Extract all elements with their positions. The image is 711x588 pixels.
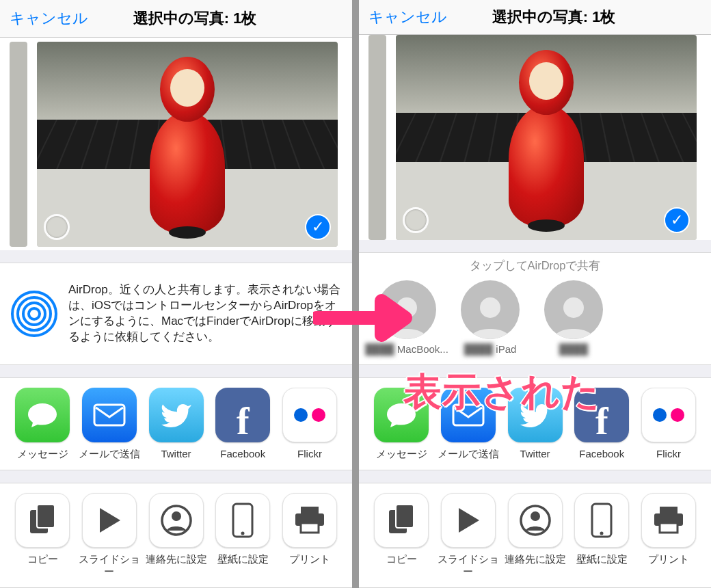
selected-photo[interactable]: ✓ [396, 35, 697, 240]
share-twitter[interactable]: Twitter [144, 388, 209, 460]
airdrop-section: タップしてAirDropで共有 ████ MacBook... ████ iPa… [359, 252, 711, 365]
share-messages[interactable]: メッセージ [10, 388, 75, 460]
copy-icon [15, 493, 70, 548]
share-messages-label: メッセージ [367, 448, 435, 460]
svg-rect-26 [660, 523, 678, 533]
svg-rect-17 [453, 405, 483, 425]
share-sheet-after: キャンセル 選択中の写真: 1枚 ✓ タップしてAirDropで共有 ████ … [359, 0, 711, 588]
airdrop-contact-2[interactable]: ████ iPad [456, 280, 524, 355]
action-assign-contact-label: 連絡先に設定 [501, 553, 569, 565]
copy-icon [374, 493, 429, 548]
share-twitter-label: Twitter [501, 448, 569, 460]
contact-label-blurred: ████ [559, 343, 589, 355]
contact-icon [508, 493, 563, 548]
airdrop-hint: タップしてAirDropで共有 [368, 258, 701, 273]
action-assign-contact-label: 連絡先に設定 [142, 553, 211, 565]
avatar-icon [544, 280, 603, 339]
share-twitter[interactable]: Twitter [502, 388, 568, 460]
flickr-icon [282, 388, 337, 442]
contact-label: MacBook... [397, 343, 448, 355]
printer-icon [641, 493, 696, 548]
mail-icon [441, 388, 496, 442]
svg-point-15 [480, 297, 500, 318]
svg-rect-19 [396, 505, 414, 528]
twitter-icon [508, 388, 563, 442]
contact-label-blurred: ████ [464, 343, 494, 355]
share-twitter-label: Twitter [142, 448, 211, 460]
action-copy-label: コピー [367, 553, 435, 565]
share-mail-label: メールで送信 [434, 448, 502, 460]
actions-row: コピー スライドショー 連絡先に設定 壁紙に設定 プリント [0, 483, 352, 588]
action-copy[interactable]: コピー [368, 493, 434, 578]
action-slideshow-label: スライドショー [75, 553, 144, 578]
action-print-label: プリント [634, 553, 703, 565]
share-facebook[interactable]: f Facebook [210, 388, 276, 460]
action-assign-contact[interactable]: 連絡先に設定 [144, 493, 209, 578]
share-facebook[interactable]: fFacebook [569, 388, 634, 460]
action-copy[interactable]: コピー [10, 493, 75, 578]
action-set-wallpaper[interactable]: 壁紙に設定 [569, 493, 634, 578]
actions-row: コピー スライドショー 連絡先に設定 壁紙に設定 プリント [359, 483, 711, 588]
action-set-wallpaper-label: 壁紙に設定 [209, 553, 277, 565]
airdrop-contact-1[interactable]: ████ MacBook... [373, 280, 441, 355]
contact-icon [149, 493, 204, 548]
share-mail-label: メールで送信 [75, 448, 144, 460]
selected-check-icon[interactable]: ✓ [664, 207, 690, 233]
facebook-icon: f [215, 388, 270, 442]
action-slideshow[interactable]: スライドショー [435, 493, 501, 578]
facebook-icon: f [574, 388, 629, 442]
selected-check-icon[interactable]: ✓ [305, 214, 331, 240]
share-facebook-label: Facebook [567, 448, 636, 460]
share-apps-row: メッセージ メールで送信 Twitter fFacebook Flickr [359, 377, 711, 470]
phone-icon [215, 493, 270, 548]
svg-rect-11 [301, 507, 319, 513]
svg-point-23 [600, 532, 604, 535]
share-sheet-before: キャンセル 選択中の写真: 1枚 ✓ AirDrop。近くの人と共有します。表示… [0, 0, 352, 588]
airdrop-icon [10, 289, 59, 338]
page-title: 選択中の写真: 1枚 [47, 8, 343, 29]
svg-rect-6 [37, 505, 55, 528]
action-assign-contact[interactable]: 連絡先に設定 [502, 493, 568, 578]
contact-label-blurred: ████ [365, 343, 394, 355]
action-slideshow[interactable]: スライドショー [77, 493, 142, 578]
svg-point-0 [29, 308, 40, 319]
share-mail[interactable]: メールで送信 [435, 388, 501, 460]
messages-icon [374, 388, 429, 442]
svg-point-14 [397, 297, 417, 318]
deselect-circle-icon[interactable] [44, 214, 70, 240]
action-print[interactable]: プリント [277, 493, 343, 578]
action-copy-label: コピー [8, 553, 77, 565]
action-print-label: プリント [276, 553, 344, 565]
share-flickr[interactable]: Flickr [277, 388, 343, 460]
action-set-wallpaper[interactable]: 壁紙に設定 [210, 493, 276, 578]
selected-photo[interactable]: ✓ [37, 42, 338, 247]
airdrop-contact-3[interactable]: ████ [539, 280, 608, 355]
nav-bar: キャンセル 選択中の写真: 1枚 [0, 0, 352, 38]
share-mail[interactable]: メールで送信 [77, 388, 142, 460]
svg-rect-4 [94, 405, 124, 425]
deselect-circle-icon[interactable] [403, 207, 429, 233]
action-slideshow-label: スライドショー [434, 553, 502, 578]
share-flickr-label: Flickr [276, 448, 344, 460]
share-flickr[interactable]: Flickr [636, 388, 701, 460]
airdrop-section: AirDrop。近くの人と共有します。表示されない場合は、iOSではコントロール… [0, 263, 352, 365]
share-apps-row: メッセージ メールで送信 Twitter f Facebook Flickr [0, 377, 352, 470]
twitter-icon [149, 388, 204, 442]
avatar-icon [377, 280, 436, 339]
svg-point-10 [241, 532, 245, 535]
svg-rect-13 [301, 523, 319, 533]
mail-icon [82, 388, 137, 442]
page-title: 選択中の写真: 1枚 [406, 7, 701, 27]
share-facebook-label: Facebook [209, 448, 277, 460]
printer-icon [282, 493, 337, 548]
nav-bar: キャンセル 選択中の写真: 1枚 [359, 0, 711, 35]
svg-point-1 [23, 303, 45, 325]
svg-point-21 [531, 511, 540, 521]
action-print[interactable]: プリント [636, 493, 701, 578]
play-icon [441, 493, 496, 548]
phone-icon [574, 493, 629, 548]
contact-label: iPad [496, 343, 516, 355]
share-messages[interactable]: メッセージ [368, 388, 434, 460]
photo-strip[interactable]: ✓ [0, 38, 352, 250]
photo-strip[interactable]: ✓ [359, 35, 711, 240]
